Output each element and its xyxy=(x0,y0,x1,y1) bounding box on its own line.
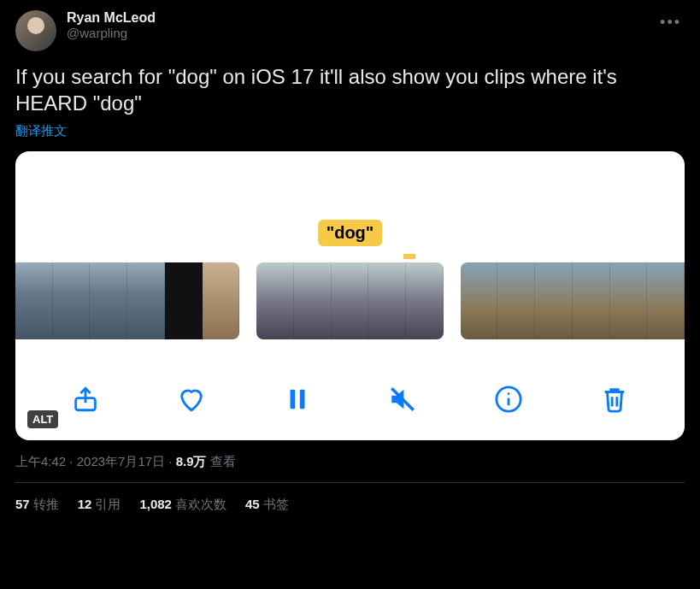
translate-link[interactable]: 翻译推文 xyxy=(15,123,685,139)
tweet-date[interactable]: 2023年7月17日 xyxy=(77,454,165,468)
video-frame xyxy=(535,262,573,339)
tweet-stats: 57转推 12引用 1,082喜欢次数 45书签 xyxy=(15,483,685,527)
search-term-badge: "dog" xyxy=(318,220,383,246)
media-attachment[interactable]: "dog" xyxy=(15,151,685,440)
tweet-container: Ryan McLeod @warpling ••• If you search … xyxy=(0,0,700,537)
video-frame xyxy=(15,262,53,339)
clip-group-3[interactable] xyxy=(461,262,685,339)
views-count: 8.9万 xyxy=(176,454,207,468)
video-frame xyxy=(573,262,610,339)
video-frame xyxy=(90,262,127,339)
like-button[interactable] xyxy=(174,382,209,416)
media-controls xyxy=(15,382,685,416)
clip-group-2[interactable] xyxy=(256,262,444,339)
video-frame xyxy=(294,262,332,339)
clip-group-1[interactable] xyxy=(15,262,239,339)
tweet-time[interactable]: 上午4:42 xyxy=(15,454,66,468)
video-frame xyxy=(406,262,444,339)
video-frame xyxy=(53,262,91,339)
mute-icon xyxy=(388,385,417,414)
delete-button[interactable] xyxy=(597,382,632,416)
svg-rect-2 xyxy=(299,390,304,409)
video-frame xyxy=(332,262,369,339)
video-frame xyxy=(610,262,648,339)
video-frame xyxy=(497,262,535,339)
alt-badge[interactable]: ALT xyxy=(27,410,58,428)
avatar[interactable] xyxy=(15,10,56,51)
share-icon xyxy=(71,385,100,414)
likes-stat[interactable]: 1,082喜欢次数 xyxy=(139,497,226,513)
info-icon xyxy=(494,385,523,414)
more-button[interactable]: ••• xyxy=(656,10,685,35)
pause-button[interactable] xyxy=(280,382,315,416)
video-scrubber[interactable] xyxy=(15,262,685,339)
tweet-text: If you search for "dog" on iOS 17 it'll … xyxy=(15,63,685,116)
views-label: 查看 xyxy=(210,454,236,468)
info-button[interactable] xyxy=(491,382,526,416)
tweet-meta: 上午4:42 · 2023年7月17日 · 8.9万 查看 xyxy=(15,454,685,470)
mute-button[interactable] xyxy=(385,382,420,416)
display-name: Ryan McLeod xyxy=(67,10,156,26)
tweet-header: Ryan McLeod @warpling ••• xyxy=(15,10,685,51)
video-frame xyxy=(165,262,203,339)
handle: @warpling xyxy=(67,26,156,40)
badge-pointer xyxy=(403,254,415,259)
bookmarks-stat[interactable]: 45书签 xyxy=(245,497,289,513)
quotes-stat[interactable]: 12引用 xyxy=(78,497,121,513)
svg-point-6 xyxy=(508,393,510,396)
retweets-stat[interactable]: 57转推 xyxy=(15,497,59,513)
heart-icon xyxy=(177,385,206,414)
video-frame xyxy=(368,262,406,339)
share-button[interactable] xyxy=(68,382,103,416)
video-frame xyxy=(647,262,685,339)
video-frame xyxy=(127,262,165,339)
pause-icon xyxy=(283,385,312,414)
video-frame xyxy=(256,262,294,339)
author-names[interactable]: Ryan McLeod @warpling xyxy=(67,10,156,40)
video-frame xyxy=(203,262,240,339)
trash-icon xyxy=(600,385,629,414)
svg-rect-1 xyxy=(290,390,295,409)
video-frame xyxy=(461,262,498,339)
